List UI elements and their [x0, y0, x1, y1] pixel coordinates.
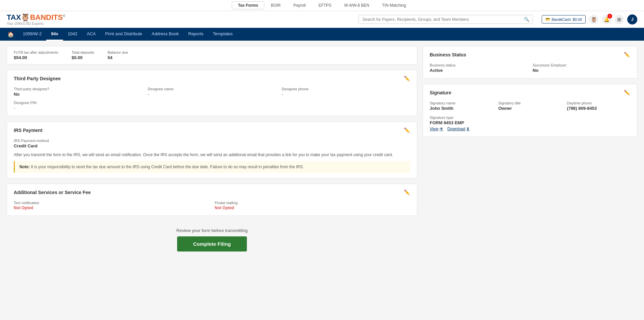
left-column: FUTA tax after adjustments $54.00 Total …: [7, 46, 417, 255]
note-text: It is your responsibility to send the ta…: [31, 165, 304, 169]
signatory-title-field: Signatory title Owner: [498, 101, 562, 111]
deposits-value: $0.00: [71, 55, 94, 60]
right-column: Business Status ✏️ Business status Activ…: [423, 46, 637, 255]
review-label: Review your form before transmitting: [7, 228, 417, 233]
search-input[interactable]: [362, 17, 524, 22]
signature-links: View 👁 Download ⬇: [430, 127, 630, 131]
additional-services-info: Text notification Not Opted Postal maili…: [14, 201, 410, 210]
business-status-label: Business status: [430, 63, 527, 67]
designee-name-label: Designee name: [148, 87, 276, 91]
view-label: View: [430, 127, 438, 131]
signature-type-value: FORM 8453 EMP: [430, 120, 630, 125]
third-party-edit-icon[interactable]: ✏️: [404, 76, 410, 82]
logo-sub: Your 1099 & W2 Exports: [7, 22, 43, 26]
download-label: Download: [447, 127, 465, 131]
topnav-taxforms[interactable]: Tax Forms: [232, 1, 265, 9]
owl-icon-button[interactable]: 🦉: [589, 15, 598, 24]
successor-employer-label: Successor Employer: [533, 63, 630, 67]
signature-header: Signature ✏️: [430, 90, 630, 96]
futa-value: $54.00: [14, 55, 58, 60]
business-status-field: Business status Active: [430, 63, 527, 73]
additional-services-edit-icon[interactable]: ✏️: [404, 189, 410, 195]
secnav-aca[interactable]: ACA: [82, 28, 101, 41]
text-notification-value: Not Opted: [14, 205, 209, 210]
topnav-payroll[interactable]: Payroll: [287, 1, 312, 9]
balance-summary: Balance due 54: [108, 50, 128, 60]
note-label: Note:: [19, 165, 30, 169]
irs-method-label: IRS Payment method: [14, 139, 410, 143]
logo-text: TAX🦉BANDITS®: [7, 13, 65, 22]
designee-phone-label: Designee phone: [282, 87, 410, 91]
balance-label: Balance due: [108, 50, 128, 54]
third-party-card: Third Party Designee ✏️ Third party desi…: [7, 70, 417, 116]
avatar[interactable]: J: [627, 14, 637, 25]
secnav-templates[interactable]: Templates: [208, 28, 237, 41]
bandit-cash-label: BanditCash: $0.00: [551, 17, 582, 21]
download-signature-link[interactable]: Download ⬇: [447, 127, 470, 131]
wallet-icon: 💳: [545, 17, 550, 21]
third-party-info: Third party designee? No Designee name -…: [14, 87, 410, 97]
additional-services-card: Additional Services or Service Fee ✏️ Te…: [7, 184, 417, 216]
notification-badge: 0: [607, 14, 612, 18]
text-notification-label: Text notification: [14, 201, 209, 205]
designee-name-value: -: [148, 92, 276, 97]
deposits-summary: Total deposits $0.00: [71, 50, 94, 60]
irs-payment-card: IRS Payment ✏️ IRS Payment method Credit…: [7, 122, 417, 178]
complete-filing-button[interactable]: Complete Filing: [177, 236, 247, 252]
header-actions: 💳 BanditCash: $0.00 🦉 🔔 0 ⊞ J: [542, 14, 637, 25]
secondary-navigation: 🏠 1099/W-2 94x 1042 ACA Print and Distri…: [0, 28, 644, 41]
irs-note-box: Note: It is your responsibility to send …: [14, 161, 410, 173]
postal-mailing-value: Not Opted: [215, 205, 410, 210]
designee-q-value: No: [14, 92, 142, 97]
irs-payment-title: IRS Payment: [14, 128, 43, 133]
irs-payment-edit-icon[interactable]: ✏️: [404, 127, 410, 133]
third-party-header: Third Party Designee ✏️: [14, 76, 410, 82]
secnav-address-book[interactable]: Address Book: [147, 28, 183, 41]
signatory-name-label: Signatory name: [430, 101, 493, 105]
daytime-phone-value: (786) 809-8453: [567, 106, 630, 111]
bandit-cash-button[interactable]: 💳 BanditCash: $0.00: [542, 15, 586, 24]
postal-mailing-field: Postal mailing Not Opted: [215, 201, 410, 210]
business-status-edit-icon[interactable]: ✏️: [624, 52, 630, 58]
additional-services-title: Additional Services or Service Fee: [14, 190, 91, 195]
home-icon[interactable]: 🏠: [3, 29, 18, 40]
topnav-eftps[interactable]: EFTPS: [312, 1, 338, 9]
apps-grid-icon[interactable]: ⊞: [614, 15, 624, 24]
successor-employer-field: Successor Employer No: [533, 63, 630, 73]
eye-icon: 👁: [439, 127, 443, 131]
designee-pin-value: -: [14, 105, 410, 110]
complete-filing-section: Review your form before transmitting Com…: [7, 221, 417, 255]
futa-label: FUTA tax after adjustments: [14, 50, 58, 54]
secnav-1099w2[interactable]: 1099/W-2: [18, 28, 46, 41]
daytime-phone-label: Daytime phone: [567, 101, 630, 105]
designee-q-label: Third party designee?: [14, 87, 142, 91]
signature-edit-icon[interactable]: ✏️: [624, 90, 630, 96]
secnav-reports[interactable]: Reports: [183, 28, 208, 41]
signature-title: Signature: [430, 90, 451, 95]
designee-phone-field: Designee phone -: [282, 87, 410, 97]
secnav-print-distribute[interactable]: Print and Distribute: [101, 28, 147, 41]
summary-row: FUTA tax after adjustments $54.00 Total …: [7, 46, 417, 64]
signatory-name-field: Signatory name John Smith: [430, 101, 493, 111]
secnav-94x[interactable]: 94x: [46, 28, 63, 41]
postal-mailing-label: Postal mailing: [215, 201, 410, 205]
logo[interactable]: TAX🦉BANDITS® Your 1099 & W2 Exports: [7, 13, 65, 26]
signature-type-field: Signature type FORM 8453 EMP View 👁 Down…: [430, 116, 630, 131]
search-icon: 🔍: [524, 17, 529, 22]
topnav-boir[interactable]: BOIR: [264, 1, 287, 9]
topnav-tin[interactable]: TIN Matching: [376, 1, 412, 9]
designee-name-field: Designee name -: [148, 87, 276, 97]
secnav-1042[interactable]: 1042: [63, 28, 82, 41]
designee-pin-field: Designee PIN -: [14, 101, 410, 110]
search-bar[interactable]: 🔍: [359, 15, 533, 24]
topnav-w9[interactable]: W-9/W-8 BEN: [338, 1, 376, 9]
notification-bell[interactable]: 🔔 0: [602, 15, 611, 24]
irs-payment-description: After you transmit the form to the IRS, …: [14, 152, 410, 158]
irs-payment-header: IRS Payment ✏️: [14, 127, 410, 133]
signatory-title-label: Signatory title: [498, 101, 562, 105]
business-status-value: Active: [430, 68, 527, 73]
view-signature-link[interactable]: View 👁: [430, 127, 443, 131]
main-content: FUTA tax after adjustments $54.00 Total …: [0, 41, 644, 260]
download-icon: ⬇: [466, 127, 470, 131]
designee-phone-value: -: [282, 92, 410, 97]
